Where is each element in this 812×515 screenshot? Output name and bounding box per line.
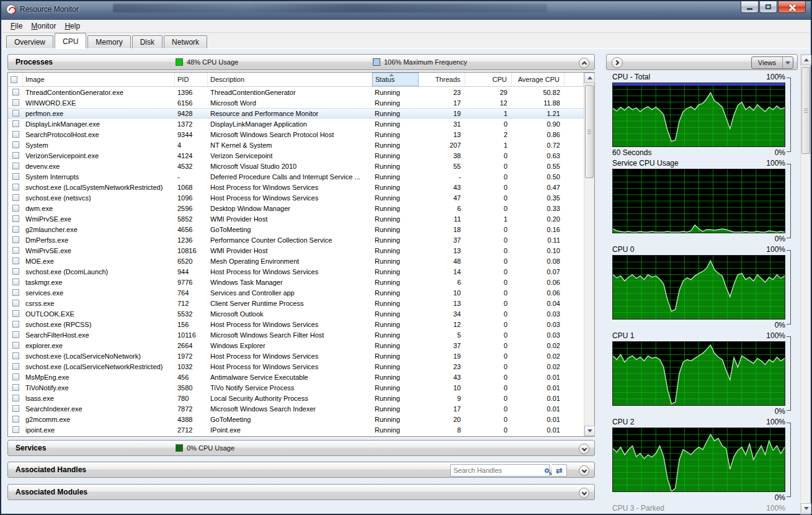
refresh-search-button[interactable]: ⇄ (552, 464, 567, 477)
row-checkbox[interactable] (8, 163, 23, 169)
table-row[interactable]: System4NT Kernel & SystemRunning20710.72 (8, 140, 584, 150)
row-checkbox[interactable] (8, 300, 23, 307)
tab-memory[interactable]: Memory (87, 35, 130, 48)
scroll-down-button[interactable] (584, 426, 595, 436)
column-header-description[interactable]: Description (208, 73, 372, 86)
collapse-chart-panel-button[interactable] (612, 57, 623, 68)
table-row[interactable]: services.exe764Services and Controller a… (8, 287, 584, 298)
row-checkbox[interactable] (8, 120, 23, 127)
table-row[interactable]: svchost.exe (DcomLaunch)944Host Process … (8, 266, 584, 277)
views-dropdown-arrow[interactable] (782, 57, 793, 68)
column-header-image[interactable]: Image (23, 73, 175, 86)
minimize-button[interactable] (741, 1, 759, 13)
tab-cpu[interactable]: CPU (55, 33, 86, 48)
search-handles-input[interactable] (451, 467, 544, 474)
table-row[interactable]: OUTLOOK.EXE5532Microsoft OutlookRunning3… (8, 308, 584, 319)
menu-item-file[interactable]: File (6, 20, 27, 32)
table-row[interactable]: WmiPrvSE.exe10816WMI Provider HostRunnin… (8, 245, 584, 256)
expand-handles-button[interactable] (579, 465, 589, 476)
table-row[interactable]: SearchFilterHost.exe10116Microsoft Windo… (8, 329, 584, 340)
row-checkbox[interactable] (8, 173, 23, 180)
table-row[interactable]: svchost.exe (LocalSystemNetworkRestricte… (8, 182, 584, 192)
table-row[interactable]: TiVoNotify.exe3580TiVo Notify Service Pr… (8, 382, 584, 393)
table-row[interactable]: lsass.exe780Local Security Authority Pro… (8, 393, 584, 403)
row-checkbox[interactable] (8, 289, 23, 296)
row-checkbox[interactable] (8, 236, 23, 243)
tab-network[interactable]: Network (164, 35, 207, 48)
row-checkbox[interactable] (8, 268, 23, 275)
services-header[interactable]: Services 0% CPU Usage (7, 440, 595, 456)
column-header-pid[interactable]: PID (175, 73, 208, 86)
row-checkbox[interactable] (8, 141, 23, 148)
table-row[interactable]: csrss.exe712Client Server Runtime Proces… (8, 298, 584, 308)
row-checkbox[interactable] (8, 352, 23, 359)
column-header-threads[interactable]: Threads (419, 73, 465, 86)
table-row[interactable]: ThreadContentionGenerator.exe1396ThreadC… (8, 87, 584, 97)
row-checkbox[interactable] (8, 131, 23, 138)
table-row[interactable]: WINWORD.EXE6156Microsoft WordRunning1712… (8, 97, 584, 108)
row-checkbox[interactable] (8, 279, 23, 285)
row-checkbox[interactable] (8, 89, 23, 96)
collapse-processes-button[interactable] (579, 58, 589, 68)
row-checkbox[interactable] (8, 363, 23, 370)
search-button[interactable] (544, 465, 549, 476)
row-checkbox[interactable] (8, 310, 23, 317)
row-checkbox[interactable] (8, 405, 23, 412)
views-button[interactable]: Views (751, 56, 793, 69)
row-checkbox[interactable] (8, 416, 23, 423)
row-checkbox[interactable] (8, 99, 23, 106)
scroll-up-button[interactable] (801, 55, 811, 65)
column-header-average-cpu[interactable]: Average CPU (512, 73, 564, 86)
table-row[interactable]: g2mlauncher.exe4656GoToMeetingRunning180… (8, 224, 584, 235)
row-checkbox[interactable] (8, 342, 23, 349)
table-row[interactable]: MOE.exe6520Mesh Operating EnvironmentRun… (8, 256, 584, 266)
expand-services-button[interactable] (579, 444, 589, 454)
table-row[interactable]: DmPerfss.exe1236Performance Counter Coll… (8, 235, 584, 245)
row-checkbox[interactable] (8, 226, 23, 233)
table-row[interactable]: VerizonServicepoint.exe4124Verizon Servi… (8, 150, 584, 161)
row-checkbox[interactable] (8, 384, 23, 391)
column-header-status[interactable]: Status (372, 73, 419, 86)
processes-header[interactable]: Processes 48% CPU Usage 106% Maximum Fre… (7, 54, 595, 70)
row-checkbox[interactable] (8, 110, 23, 117)
table-row[interactable]: svchost.exe (RPCSS)156Host Process for W… (8, 319, 584, 329)
table-row[interactable]: devenv.exe4532Microsoft Visual Studio 20… (8, 161, 584, 171)
row-checkbox[interactable] (8, 194, 23, 201)
table-row[interactable]: svchost.exe (LocalServiceNetworkRestrict… (8, 361, 584, 372)
row-checkbox[interactable] (8, 152, 23, 159)
tab-disk[interactable]: Disk (132, 35, 163, 48)
table-row[interactable]: g2mcomm.exe4388GoToMeetingRunning2000.01 (8, 414, 584, 424)
row-checkbox[interactable] (8, 215, 23, 222)
table-row[interactable]: dwm.exe2596Desktop Window ManagerRunning… (8, 203, 584, 213)
process-list-scrollbar[interactable] (584, 73, 594, 436)
row-checkbox[interactable] (8, 331, 23, 338)
chart-panel-scrollbar[interactable] (800, 54, 811, 514)
table-row[interactable]: ipoint.exe2712IPoint.exeRunning800.01 (8, 424, 584, 435)
row-checkbox[interactable] (8, 395, 23, 401)
handles-header[interactable]: Associated Handles ⇄ (7, 462, 595, 478)
row-checkbox[interactable] (8, 184, 23, 190)
row-checkbox[interactable] (8, 258, 23, 264)
table-row[interactable]: svchost.exe (LocalServiceNoNetwork)1972H… (8, 351, 584, 361)
close-button[interactable] (778, 1, 806, 13)
column-header-cpu[interactable]: CPU (465, 73, 512, 86)
menu-item-help[interactable]: Help (60, 20, 84, 32)
table-row[interactable]: SearchIndexer.exe7872Microsoft Windows S… (8, 403, 584, 414)
select-all-checkbox[interactable] (8, 73, 23, 86)
scroll-down-button[interactable] (801, 503, 811, 514)
menu-item-monitor[interactable]: Monitor (27, 20, 60, 32)
expand-modules-button[interactable] (579, 488, 589, 498)
table-row[interactable]: SearchProtocolHost.exe9344Microsoft Wind… (8, 129, 584, 140)
tab-overview[interactable]: Overview (6, 35, 53, 48)
table-row[interactable]: explorer.exe2664Windows ExplorerRunning3… (8, 340, 584, 351)
row-checkbox[interactable] (8, 374, 23, 380)
table-row[interactable]: WmiPrvSE.exe5852WMI Provider HostRunning… (8, 213, 584, 224)
row-checkbox[interactable] (8, 426, 23, 433)
row-checkbox[interactable] (8, 205, 23, 212)
scrollbar-thumb[interactable] (585, 85, 594, 178)
scrollbar-thumb[interactable] (801, 67, 810, 154)
table-row[interactable]: perfmon.exe9428Resource and Performance … (8, 108, 584, 119)
table-row[interactable]: MsMpEng.exe456Antimalware Service Execut… (8, 372, 584, 382)
table-row[interactable]: DisplayLinkManager.exe1372DisplayLinkMan… (8, 119, 584, 129)
table-row[interactable]: taskmgr.exe9776Windows Task ManagerRunni… (8, 277, 584, 287)
